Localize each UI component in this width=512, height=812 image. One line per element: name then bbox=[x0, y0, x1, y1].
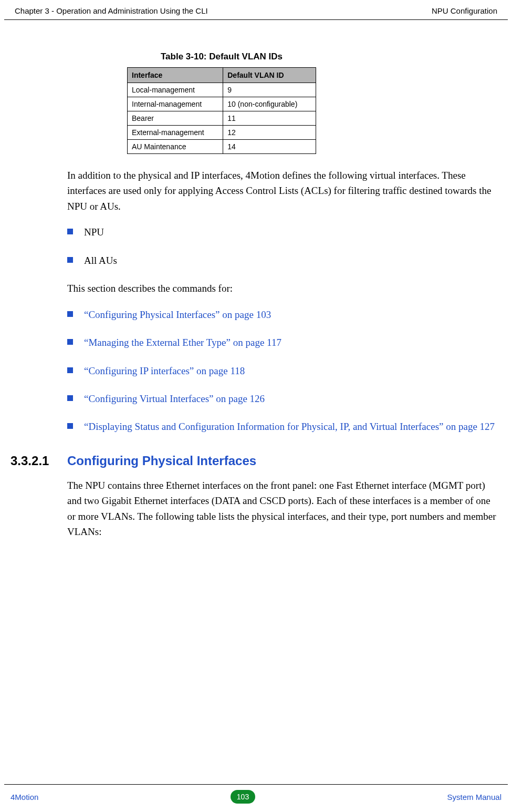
list-item: “Configuring IP interfaces” on page 118 bbox=[67, 363, 496, 378]
xref-link[interactable]: “Managing the External Ether Type” on pa… bbox=[84, 337, 281, 348]
cell-interface: Internal-management bbox=[128, 97, 223, 111]
cell-vlan: 14 bbox=[223, 140, 316, 154]
table-caption: Table 3-10: Default VLAN IDs bbox=[127, 52, 316, 62]
page-number: 103 bbox=[231, 790, 255, 804]
list-item: “Configuring Physical Interfaces” on pag… bbox=[67, 307, 496, 322]
cell-interface: Local-management bbox=[128, 83, 223, 97]
table-row: Local-management 9 bbox=[128, 83, 316, 97]
table-row: AU Maintenance 14 bbox=[128, 140, 316, 154]
header-right: NPU Configuration bbox=[432, 6, 497, 15]
body-block: The NPU contains three Ethernet interfac… bbox=[67, 478, 496, 540]
xref-link[interactable]: “Displaying Status and Configuration Inf… bbox=[84, 421, 495, 432]
vlan-table: Interface Default VLAN ID Local-manageme… bbox=[127, 67, 316, 154]
page-header: Chapter 3 - Operation and Administration… bbox=[4, 0, 508, 20]
page-footer: 4Motion 103 System Manual bbox=[4, 784, 508, 812]
table-header-row: Interface Default VLAN ID bbox=[128, 68, 316, 83]
list-item: All AUs bbox=[67, 253, 496, 268]
list-item: NPU bbox=[67, 224, 496, 240]
footer-left: 4Motion bbox=[11, 793, 38, 801]
cell-vlan: 9 bbox=[223, 83, 316, 97]
paragraph: The NPU contains three Ethernet interfac… bbox=[67, 478, 496, 540]
cell-vlan: 12 bbox=[223, 126, 316, 140]
bullet-list-links: “Configuring Physical Interfaces” on pag… bbox=[67, 307, 496, 435]
section-title: Configuring Physical Interfaces bbox=[67, 454, 256, 468]
cell-interface: External-management bbox=[128, 126, 223, 140]
paragraph: In addition to the physical and IP inter… bbox=[67, 168, 496, 214]
xref-link[interactable]: “Configuring IP interfaces” on page 118 bbox=[84, 365, 245, 376]
body-block: In addition to the physical and IP inter… bbox=[67, 168, 496, 435]
paragraph: This section describes the commands for: bbox=[67, 281, 496, 296]
table-row: Bearer 11 bbox=[128, 111, 316, 126]
bullet-list-virtual: NPU All AUs bbox=[67, 224, 496, 268]
cell-interface: AU Maintenance bbox=[128, 140, 223, 154]
list-item: “Managing the External Ether Type” on pa… bbox=[67, 335, 496, 350]
section-heading: 3.3.2.1 Configuring Physical Interfaces bbox=[11, 454, 501, 468]
section-number: 3.3.2.1 bbox=[11, 454, 67, 468]
table-row: External-management 12 bbox=[128, 126, 316, 140]
table-row: Internal-management 10 (non-configurable… bbox=[128, 97, 316, 111]
cell-interface: Bearer bbox=[128, 111, 223, 126]
list-item: “Configuring Virtual Interfaces” on page… bbox=[67, 391, 496, 406]
th-interface: Interface bbox=[128, 68, 223, 83]
cell-vlan: 11 bbox=[223, 111, 316, 126]
cell-vlan: 10 (non-configurable) bbox=[223, 97, 316, 111]
header-left: Chapter 3 - Operation and Administration… bbox=[15, 6, 208, 15]
footer-right: System Manual bbox=[447, 793, 501, 801]
list-item: “Displaying Status and Configuration Inf… bbox=[67, 419, 496, 434]
th-vlan: Default VLAN ID bbox=[223, 68, 316, 83]
xref-link[interactable]: “Configuring Virtual Interfaces” on page… bbox=[84, 393, 265, 404]
page-content: Table 3-10: Default VLAN IDs Interface D… bbox=[0, 20, 512, 540]
xref-link[interactable]: “Configuring Physical Interfaces” on pag… bbox=[84, 309, 271, 320]
